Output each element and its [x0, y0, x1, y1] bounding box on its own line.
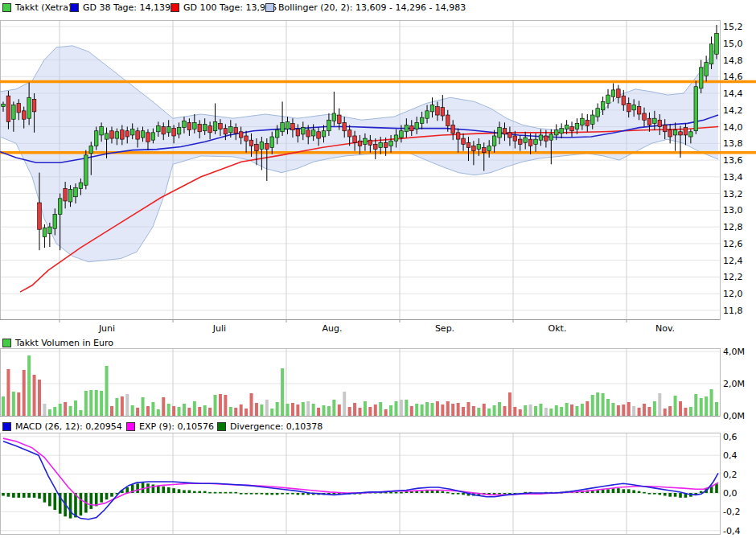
- candle: [89, 146, 93, 153]
- volume-bar: [421, 405, 424, 416]
- candle: [668, 130, 672, 137]
- divergence-bar: [234, 492, 237, 494]
- divergence-bar: [152, 484, 155, 493]
- price-tick-label: 15,0: [723, 39, 743, 49]
- volume-bar: [384, 409, 388, 416]
- candle: [627, 103, 631, 111]
- candle: [405, 125, 409, 131]
- price-tick-label: 14,6: [723, 72, 743, 82]
- divergence-bar: [457, 493, 460, 495]
- volume-bar: [281, 368, 284, 416]
- candle: [166, 127, 171, 133]
- divergence-bar: [643, 492, 646, 494]
- divergence-bar: [632, 490, 635, 493]
- candle: [121, 130, 125, 139]
- candle: [684, 128, 688, 135]
- legend-label: GD 38 Tage: 14,139: [83, 2, 171, 13]
- candle: [415, 122, 419, 129]
- volume-bar: [524, 405, 527, 416]
- candle: [43, 228, 47, 236]
- divergence-bar: [12, 493, 15, 498]
- divergence-bar: [214, 492, 217, 494]
- divergence-bar: [503, 493, 507, 495]
- volume-bar: [410, 406, 413, 416]
- volume-bar: [250, 393, 253, 416]
- volume-bar: [276, 402, 279, 416]
- volume-bar: [430, 403, 433, 416]
- volume-bar: [684, 408, 687, 416]
- divergence-bar: [208, 492, 212, 494]
- legend-label: GD 100 Tage: 13,996: [183, 2, 277, 13]
- divergence-bar: [89, 493, 92, 509]
- candle: [347, 130, 351, 137]
- volume-bar: [705, 396, 708, 416]
- volume-bar: [425, 402, 429, 416]
- candle: [441, 108, 445, 116]
- takkt-series-swatch-icon: [2, 3, 11, 12]
- volume-pane: 4,0M2,0M0,0M: [0, 347, 745, 421]
- macd-tick-label: -0,2: [723, 507, 740, 517]
- candle: [105, 133, 109, 139]
- candle: [658, 120, 662, 126]
- macd-tick-label: 0,0: [723, 488, 738, 499]
- volume-bar: [493, 405, 496, 416]
- candle: [379, 142, 383, 147]
- divergence-bar: [188, 490, 191, 493]
- candle: [544, 136, 549, 141]
- divergence-bar: [421, 491, 424, 493]
- volume-bar: [446, 401, 450, 416]
- macd-grid: [1, 433, 721, 535]
- volume-series-swatch-icon: [2, 339, 11, 347]
- volume-bar: [364, 401, 367, 416]
- candle: [647, 118, 651, 125]
- candle: [694, 87, 698, 131]
- volume-bar: [591, 395, 594, 416]
- candle: [255, 144, 259, 150]
- candle: [203, 124, 207, 130]
- volume-bar: [487, 409, 491, 416]
- divergence-bar: [167, 487, 171, 493]
- volume-bar: [183, 404, 186, 416]
- candle: [353, 136, 357, 142]
- candle: [611, 90, 615, 97]
- volume-bar: [359, 408, 362, 416]
- legend-item-takkt: Takkt (Xetra): [2, 2, 72, 13]
- divergence-bar: [265, 493, 269, 495]
- volume-bar: [255, 403, 258, 416]
- volume-bar: [198, 407, 201, 416]
- candle: [699, 68, 703, 88]
- candle: [528, 139, 532, 146]
- divergence-bar: [23, 493, 26, 498]
- candle: [508, 133, 512, 138]
- candle: [208, 126, 212, 133]
- volume-bar: [306, 401, 310, 416]
- legend-label: Takkt Volumen in Euro: [15, 338, 113, 348]
- volume-bar: [323, 405, 326, 416]
- divergence-bar: [7, 493, 10, 497]
- candle: [653, 118, 657, 123]
- volume-bar: [115, 398, 118, 416]
- divergence-bar: [172, 488, 175, 493]
- candle: [100, 127, 104, 135]
- candle: [358, 141, 362, 146]
- volume-bar: [472, 406, 475, 416]
- month-axis-label: Sep.: [435, 323, 454, 334]
- divergence-bar: [17, 493, 20, 498]
- macd-tick-label: -0,4: [723, 526, 740, 536]
- divergence-bar: [255, 493, 258, 495]
- volume-bar: [203, 405, 207, 416]
- candle: [48, 227, 52, 233]
- candle: [364, 138, 368, 144]
- volume-bar: [415, 404, 418, 416]
- candle: [534, 139, 538, 144]
- volume-bar: [389, 405, 392, 416]
- candle: [554, 130, 558, 135]
- volume-bar: [498, 402, 501, 416]
- candle: [560, 129, 564, 133]
- candle: [581, 118, 585, 125]
- volume-bar: [265, 400, 269, 416]
- volume-bar: [400, 400, 403, 416]
- candle: [337, 115, 341, 123]
- volume-bar: [585, 401, 589, 416]
- candle: [286, 121, 290, 129]
